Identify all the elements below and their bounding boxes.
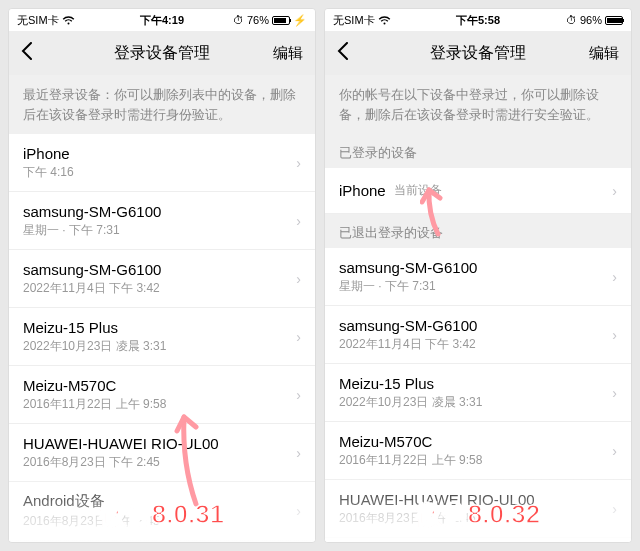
device-row[interactable]: Meizu-15 Plus2022年10月23日 凌晨 3:31› — [9, 308, 315, 366]
nav-bar: 登录设备管理 编辑 — [325, 31, 631, 75]
chevron-right-icon: › — [612, 269, 617, 285]
chevron-right-icon: › — [296, 503, 301, 519]
device-time: 2022年10月23日 凌晨 3:31 — [23, 338, 296, 355]
device-row[interactable]: HUAWEI-HUAWEI RIO-UL002016年8月23日 下午 2:45… — [9, 424, 315, 482]
current-device-list: iPhone当前设备 › — [325, 168, 631, 214]
device-time: 2016年8月23日 下午 2:45 — [23, 454, 296, 471]
device-name: iPhone — [339, 182, 386, 199]
chevron-right-icon: › — [612, 327, 617, 343]
section-header-logged: 已登录的设备 — [325, 134, 631, 168]
status-bar: 无SIM卡 下午5:58 ⏱ 96% — [325, 9, 631, 31]
edit-button[interactable]: 编辑 — [273, 44, 303, 63]
chevron-right-icon: › — [612, 501, 617, 517]
device-name: samsung-SM-G6100 — [23, 203, 296, 220]
clock-label: 下午5:58 — [456, 13, 500, 28]
device-time: 星期一 · 下午 7:31 — [23, 222, 296, 239]
device-row[interactable]: Meizu-M570C2016年11月22日 上午 9:58› — [325, 422, 631, 480]
info-text: 最近登录设备：你可以删除列表中的设备，删除后在该设备登录时需进行身份验证。 — [9, 75, 315, 134]
device-name: Android设备 — [23, 492, 296, 511]
device-row[interactable]: samsung-SM-G61002022年11月4日 下午 3:42› — [9, 250, 315, 308]
device-row[interactable]: samsung-SM-G6100星期一 · 下午 7:31› — [9, 192, 315, 250]
carrier-label: 无SIM卡 — [333, 13, 375, 28]
phone-right: 无SIM卡 下午5:58 ⏱ 96% 登录设备管理 编辑 你的帐号在以下设备中登… — [324, 8, 632, 543]
chevron-right-icon: › — [296, 155, 301, 171]
charging-icon: ⚡ — [293, 14, 307, 27]
device-list: samsung-SM-G6100星期一 · 下午 7:31› samsung-S… — [325, 248, 631, 543]
device-row[interactable]: Android设备2016年8月21日 下午 2:45› — [325, 538, 631, 543]
device-name: Meizu-M570C — [339, 433, 612, 450]
battery-pct: 76% — [247, 14, 269, 26]
back-button[interactable] — [337, 42, 348, 65]
device-name: HUAWEI-HUAWEI RIO-UL00 — [339, 491, 612, 508]
device-row[interactable]: iPhone下午 4:16› — [9, 134, 315, 192]
device-time: 2016年8月23日 下午 2:45 — [23, 513, 296, 530]
nav-bar: 登录设备管理 编辑 — [9, 31, 315, 75]
device-time: 2022年10月23日 凌晨 3:31 — [339, 394, 612, 411]
wifi-icon — [378, 15, 391, 25]
device-row[interactable]: samsung-SM-G61002022年11月4日 下午 3:42› — [325, 306, 631, 364]
current-badge: 当前设备 — [394, 182, 442, 199]
info-text: 你的帐号在以下设备中登录过，你可以删除设备，删除后在该设备登录时需进行安全验证。 — [325, 75, 631, 134]
device-name: Meizu-15 Plus — [339, 375, 612, 392]
device-row[interactable]: Meizu-M570C2016年11月22日 上午 9:58› — [9, 366, 315, 424]
status-bar: 无SIM卡 下午4:19 ⏱ 76% ⚡ — [9, 9, 315, 31]
device-row-current[interactable]: iPhone当前设备 › — [325, 168, 631, 214]
device-list: iPhone下午 4:16› samsung-SM-G6100星期一 · 下午 … — [9, 134, 315, 541]
device-name: iPhone — [23, 145, 296, 162]
chevron-right-icon: › — [296, 271, 301, 287]
device-name: HUAWEI-HUAWEI RIO-UL00 — [23, 435, 296, 452]
device-row[interactable]: Android设备2016年8月23日 下午 2:45› — [9, 482, 315, 541]
alarm-icon: ⏱ — [233, 14, 244, 26]
carrier-label: 无SIM卡 — [17, 13, 59, 28]
device-name: samsung-SM-G6100 — [339, 259, 612, 276]
clock-label: 下午4:19 — [140, 13, 184, 28]
chevron-right-icon: › — [296, 387, 301, 403]
device-time: 2016年11月22日 上午 9:58 — [339, 452, 612, 469]
battery-pct: 96% — [580, 14, 602, 26]
device-time: 星期一 · 下午 7:31 — [339, 278, 612, 295]
page-title: 登录设备管理 — [430, 43, 526, 64]
device-row[interactable]: samsung-SM-G6100星期一 · 下午 7:31› — [325, 248, 631, 306]
phone-left: 无SIM卡 下午4:19 ⏱ 76% ⚡ 登录设备管理 编辑 最近登录设备：你可… — [8, 8, 316, 543]
chevron-right-icon: › — [296, 445, 301, 461]
chevron-right-icon: › — [296, 213, 301, 229]
device-name: Meizu-15 Plus — [23, 319, 296, 336]
alarm-icon: ⏱ — [566, 14, 577, 26]
chevron-right-icon: › — [612, 385, 617, 401]
wifi-icon — [62, 15, 75, 25]
chevron-right-icon: › — [612, 183, 617, 199]
section-header-out: 已退出登录的设备 — [325, 214, 631, 248]
device-name: Meizu-M570C — [23, 377, 296, 394]
battery-icon — [272, 16, 290, 25]
device-time: 2016年11月22日 上午 9:58 — [23, 396, 296, 413]
edit-button[interactable]: 编辑 — [589, 44, 619, 63]
battery-icon — [605, 16, 623, 25]
back-button[interactable] — [21, 42, 32, 65]
device-name: samsung-SM-G6100 — [339, 317, 612, 334]
device-time: 2022年11月4日 下午 3:42 — [339, 336, 612, 353]
device-time: 2022年11月4日 下午 3:42 — [23, 280, 296, 297]
device-row[interactable]: Meizu-15 Plus2022年10月23日 凌晨 3:31› — [325, 364, 631, 422]
device-row[interactable]: HUAWEI-HUAWEI RIO-UL002016年8月23日 下午 2:45… — [325, 480, 631, 538]
device-name: samsung-SM-G6100 — [23, 261, 296, 278]
chevron-right-icon: › — [296, 329, 301, 345]
device-time: 下午 4:16 — [23, 164, 296, 181]
page-title: 登录设备管理 — [114, 43, 210, 64]
chevron-right-icon: › — [612, 443, 617, 459]
device-time: 2016年8月23日 下午 2:45 — [339, 510, 612, 527]
